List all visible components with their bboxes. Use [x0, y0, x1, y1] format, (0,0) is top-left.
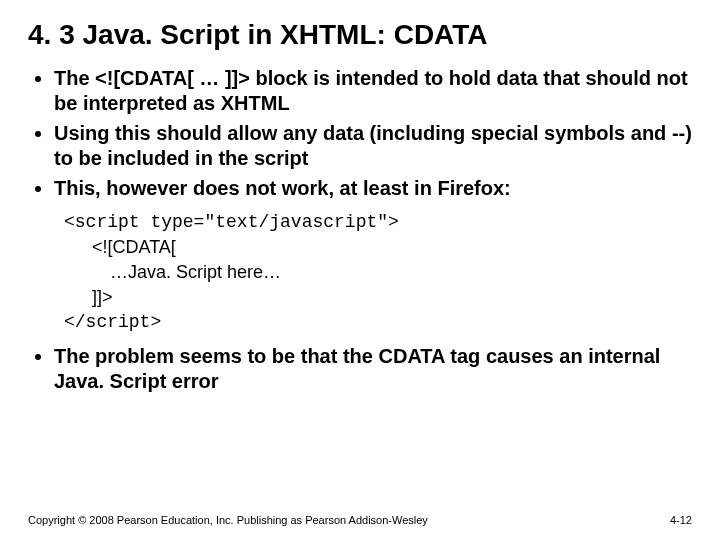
code-line: <script type="text/javascript">: [64, 210, 692, 235]
slide-number: 4-12: [670, 514, 692, 526]
bullet-list-bottom: The problem seems to be that the CDATA t…: [28, 344, 692, 395]
code-line: </script>: [64, 310, 692, 335]
copyright-text: Copyright © 2008 Pearson Education, Inc.…: [28, 514, 428, 526]
slide-title: 4. 3 Java. Script in XHTML: CDATA: [28, 18, 692, 52]
bullet-item: The problem seems to be that the CDATA t…: [54, 344, 692, 395]
footer: Copyright © 2008 Pearson Education, Inc.…: [28, 514, 692, 526]
bullet-item: Using this should allow any data (includ…: [54, 121, 692, 172]
code-block: <script type="text/javascript"> <![CDATA…: [64, 210, 692, 336]
code-line: ]]>: [92, 285, 692, 310]
bullet-item: This, however does not work, at least in…: [54, 176, 692, 202]
bullet-list-top: The <![CDATA[ … ]]> block is intended to…: [28, 66, 692, 202]
bullet-item: The <![CDATA[ … ]]> block is intended to…: [54, 66, 692, 117]
code-line: <![CDATA[: [92, 235, 692, 260]
slide-container: 4. 3 Java. Script in XHTML: CDATA The <!…: [0, 0, 720, 540]
code-line: …Java. Script here…: [110, 260, 692, 285]
